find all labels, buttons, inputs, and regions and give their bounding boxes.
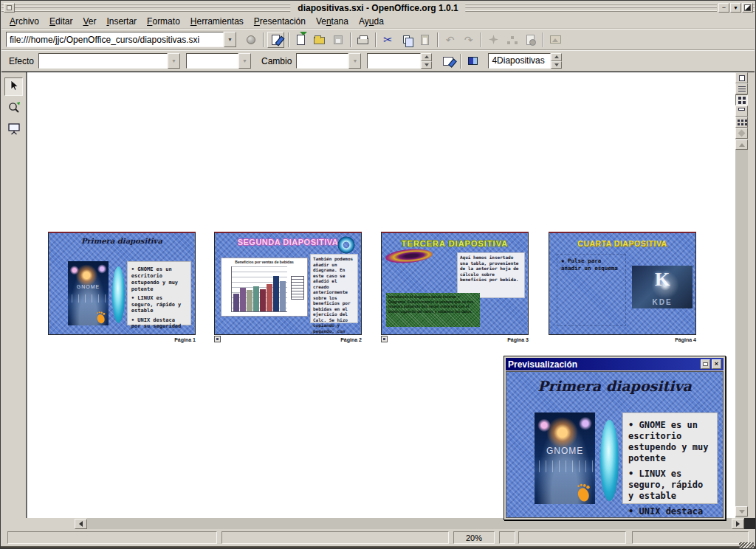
undo-icon: ↶	[446, 35, 455, 45]
undo-button[interactable]: ↶	[441, 32, 458, 48]
slides-per-row-spinner[interactable]: 4Diapositivas	[488, 53, 562, 69]
slide-title: TERCERA DIAPOSITIVA	[382, 239, 528, 248]
transition-time-value[interactable]	[367, 53, 421, 69]
effect-combo-value[interactable]	[38, 53, 168, 69]
notes-view-button[interactable]	[735, 106, 748, 117]
minimize-button[interactable]: −	[718, 3, 729, 13]
spin-up-button[interactable]	[551, 53, 562, 61]
gallery-icon	[550, 35, 561, 44]
slide-view-button[interactable]	[735, 94, 748, 106]
menu-herramientas[interactable]: Herramientas	[185, 15, 249, 28]
window-menu-button[interactable]	[4, 3, 15, 13]
spin-down-icon	[425, 63, 429, 69]
slide-thumbnail-3[interactable]: TERCERA DIAPOSITIVA Aquí hemos insertado…	[381, 232, 529, 335]
menu-presentacion[interactable]: Presentación	[249, 15, 311, 28]
efecto-label: Efecto	[9, 56, 34, 66]
transition-indicator-icon[interactable]	[214, 336, 221, 342]
page-label-2: Página 2	[214, 337, 362, 342]
cut-button[interactable]: ✂	[379, 32, 396, 48]
transition-combo-value[interactable]	[296, 53, 348, 69]
handout-view-icon	[738, 120, 740, 122]
shade-icon: ▼	[733, 4, 738, 11]
zoom-level-panel[interactable]: 20%	[453, 531, 495, 544]
effect-speed-value[interactable]	[186, 53, 238, 69]
menu-label-part: rchivo	[16, 16, 39, 27]
shade-button[interactable]: ▼	[730, 3, 741, 13]
print-button[interactable]	[354, 32, 371, 48]
scroll-up-button[interactable]	[735, 139, 748, 150]
chart-legend	[291, 276, 304, 300]
hyperlink-button[interactable]	[522, 32, 539, 48]
effect-speed-combo[interactable]: ▼	[186, 53, 251, 69]
toolbar-separator	[350, 32, 351, 47]
chevron-down-icon: ▼	[171, 58, 176, 63]
open-folder-icon	[314, 37, 325, 44]
spinner-buttons[interactable]	[551, 53, 562, 69]
preview-minimize-button[interactable]	[701, 359, 710, 369]
presentation-tool-button[interactable]	[4, 120, 23, 139]
paste-icon	[421, 35, 429, 45]
effect-combo[interactable]: ▼	[38, 53, 180, 69]
effect-speed-dropdown[interactable]: ▼	[238, 53, 251, 69]
select-arrow-icon	[8, 80, 20, 94]
transition-combo-dropdown[interactable]: ▼	[348, 53, 361, 69]
slide-thumbnail-4[interactable]: CUARTA DIAPOSITIVA Pulse para añadir un …	[549, 232, 696, 335]
preview-close-button[interactable]: ×	[712, 359, 721, 369]
menu-ayuda[interactable]: Ayuda	[354, 15, 389, 28]
redo-button[interactable]: ↷	[460, 32, 477, 48]
scroll-left-button[interactable]	[75, 519, 87, 529]
transition-time-spinner[interactable]	[367, 53, 432, 69]
edit-file-button[interactable]	[267, 32, 284, 48]
zoom-tool-button[interactable]	[4, 99, 23, 117]
scroll-down-button[interactable]	[735, 506, 748, 517]
slide-thumbnail-2[interactable]: SEGUNDA DIAPOSITIVA Beneficios por venta…	[214, 232, 362, 335]
slides-per-row-value[interactable]: 4Diapositivas	[488, 53, 551, 69]
animation-effects-button[interactable]	[439, 53, 456, 69]
spin-up-button[interactable]	[421, 53, 432, 61]
copy-button[interactable]	[398, 32, 415, 48]
slide-thumbnail-1[interactable]: Primera diapositiva GNOME GNOME es un es…	[48, 232, 196, 335]
open-button[interactable]	[311, 32, 328, 48]
drawing-view-button[interactable]	[735, 72, 748, 83]
outline-view-button[interactable]	[735, 83, 748, 94]
menu-ver[interactable]: Ver	[78, 15, 101, 28]
save-button[interactable]	[329, 32, 346, 48]
paste-button[interactable]	[416, 32, 433, 48]
navigator-button[interactable]	[485, 32, 502, 48]
menu-formato[interactable]: Formato	[142, 15, 185, 28]
url-input[interactable]	[6, 32, 224, 47]
slide-show-button[interactable]	[464, 53, 481, 69]
select-tool-button[interactable]	[4, 77, 23, 96]
spin-down-button[interactable]	[421, 61, 432, 69]
close-button[interactable]	[742, 3, 753, 13]
stop-loading-button[interactable]	[242, 32, 259, 48]
spin-down-button[interactable]	[551, 61, 562, 69]
menu-insertar[interactable]: Insertar	[101, 15, 142, 28]
presentation-screen-icon	[7, 122, 21, 137]
menu-editar[interactable]: Editar	[44, 15, 78, 28]
scroll-right-button[interactable]	[732, 519, 744, 529]
effect-combo-dropdown[interactable]: ▼	[168, 53, 180, 69]
transition-indicator-icon[interactable]	[381, 336, 388, 342]
spinner-buttons[interactable]	[421, 53, 432, 69]
disc-image	[385, 247, 433, 265]
menu-ventana[interactable]: Ventana	[311, 15, 354, 28]
resize-grip[interactable]	[739, 542, 754, 549]
page-label-4: Página 4	[549, 337, 696, 342]
title-bar[interactable]: diapositivas.sxi - OpenOffice.org 1.0.1 …	[1, 1, 755, 14]
stylist-button[interactable]	[504, 32, 520, 48]
handout-view-button[interactable]	[735, 117, 748, 128]
gallery-button[interactable]	[547, 32, 564, 48]
load-document-button[interactable]	[292, 32, 309, 48]
close-icon: ×	[715, 361, 718, 367]
menu-archivo[interactable]: Archivo	[4, 15, 44, 28]
slide-view-icon	[738, 97, 741, 100]
preview-title-bar[interactable]: Previsualización ×	[506, 358, 724, 370]
edit-file-icon	[272, 35, 280, 45]
url-dropdown-button[interactable]: ▼	[224, 32, 236, 47]
stop-icon	[247, 35, 255, 44]
transition-combo[interactable]: ▼	[296, 53, 361, 69]
gnome-foot-icon	[95, 311, 108, 324]
vertical-scrollbar-track[interactable]	[735, 150, 748, 506]
start-show-button[interactable]	[735, 128, 748, 139]
